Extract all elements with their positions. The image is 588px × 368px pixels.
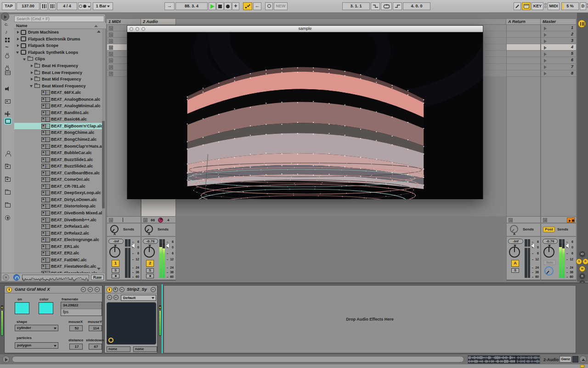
scene-row[interactable]: 8 [541, 70, 576, 77]
scroll-up-icon[interactable] [97, 30, 101, 33]
scene-launch-icon[interactable] [544, 40, 547, 43]
arm-record-button[interactable] [146, 274, 154, 278]
preview-waveform[interactable] [22, 275, 89, 280]
folder-icon[interactable] [5, 190, 11, 195]
scene-row[interactable]: 7 [541, 64, 576, 70]
tempo-field[interactable]: 137.00 [17, 2, 40, 10]
browser-item[interactable]: BEAT_DrRelax2.alc [14, 230, 103, 236]
overdub-button[interactable]: + [232, 2, 239, 10]
device-on-icon[interactable] [107, 287, 112, 293]
draw-mode-button[interactable] [514, 2, 521, 10]
loop-start-field[interactable]: 3. 1. 1 [342, 2, 370, 10]
sounds-icon[interactable]: ♪ [5, 29, 11, 35]
browser-item[interactable]: BEAT_ComeOn!.alc [14, 176, 103, 183]
track-header-1-midi[interactable]: 1 MIDI [107, 18, 141, 25]
scene-row[interactable]: 6 [541, 57, 576, 63]
plugins-icon[interactable] [5, 86, 11, 91]
drums-icon[interactable] [5, 38, 10, 43]
scene-launch-icon[interactable] [544, 27, 547, 30]
preset-save-icon[interactable] [113, 295, 119, 300]
nudge-down-button[interactable] [40, 2, 48, 10]
window-close-icon[interactable] [130, 27, 133, 31]
browser-item[interactable]: BEAT_BuzzSlide1.alc [14, 156, 103, 163]
browser-name-header[interactable]: Name [14, 23, 106, 29]
punch-out-button[interactable] [393, 2, 402, 10]
follow-button[interactable]: → [164, 2, 175, 10]
play-button[interactable] [209, 2, 216, 10]
sends-section-toggle[interactable]: S [576, 259, 582, 264]
scene-launch-icon[interactable] [544, 59, 547, 63]
user-folder-icon[interactable] [5, 178, 11, 182]
scroll-down-icon[interactable] [97, 268, 101, 270]
pan-knob[interactable] [144, 247, 155, 258]
stop-all-clips-button[interactable] [109, 218, 113, 222]
nudge-up-button[interactable] [49, 2, 56, 10]
detail-view-toggle[interactable] [579, 356, 587, 363]
volume-field[interactable]: -Inf [508, 239, 523, 244]
preview-headphones-icon[interactable] [13, 274, 20, 281]
volume-field[interactable]: -0.76 [543, 239, 558, 244]
back-to-arrangement-button[interactable]: ← [253, 2, 261, 10]
pan-knob[interactable] [509, 247, 520, 258]
browser-item[interactable]: BEAT_BongChime2.alc [14, 136, 103, 143]
punch-in-button[interactable] [371, 2, 380, 10]
instruments-icon[interactable]: ~ [5, 45, 11, 51]
scrollbar-thumb[interactable] [102, 121, 105, 208]
browser-item[interactable]: BEAT_Bandito1.alc [14, 109, 103, 116]
new-scene-button[interactable]: NEW [274, 2, 288, 10]
window-titlebar[interactable]: sample [127, 26, 483, 32]
device-titlebar[interactable]: Strip2_Sy [105, 286, 157, 293]
browser-item[interactable]: Drum Machines [14, 29, 103, 36]
time-signature-field[interactable]: 4 / 4 [57, 2, 77, 10]
clip-stop-button[interactable] [109, 46, 113, 50]
browser-item[interactable]: BEAT_DiveBomb Mixed.alc [14, 210, 103, 217]
browser-hide-button[interactable] [1, 12, 9, 21]
particles-dropdown[interactable]: polygon [15, 342, 58, 349]
stop-all-clips-button[interactable] [543, 218, 547, 222]
max-for-live-icon[interactable] [5, 71, 11, 75]
distance-value[interactable]: 17 [69, 344, 83, 350]
record-button[interactable] [224, 2, 232, 10]
browser-item[interactable]: Flatpack Synthetik Loops [14, 49, 103, 56]
stop-button[interactable] [216, 2, 224, 10]
mixer-section-toggle[interactable]: M [579, 266, 585, 272]
scene-row[interactable]: 5 [541, 51, 576, 57]
device-on-icon[interactable] [6, 287, 12, 293]
browser-item[interactable]: BEAT_Basic66.alc [14, 116, 103, 123]
device-menu-icon[interactable] [81, 287, 86, 292]
clip-stop-button[interactable] [109, 39, 113, 43]
browser-item[interactable]: Clips [14, 56, 103, 63]
browser-item[interactable]: BEAT_BigBoom'n'Clap.alc [14, 123, 103, 130]
sample-visualization-window[interactable]: sample [127, 25, 483, 199]
expand-icon[interactable] [30, 71, 34, 75]
hide-status-icon[interactable] [580, 365, 584, 368]
computer-midi-keyboard-button[interactable] [522, 2, 531, 10]
browser-item[interactable]: Beat Mixed Frequency [14, 82, 103, 89]
volume-field[interactable]: -0.76 [143, 239, 158, 244]
loop-length-field[interactable]: 4. 0. 0 [403, 2, 430, 10]
browser-scrollbar[interactable] [102, 29, 105, 273]
user-library-icon[interactable] [5, 151, 11, 156]
browser-item[interactable]: BEAT_BubbleCar.alc [14, 150, 103, 156]
pan-knob[interactable] [109, 247, 120, 258]
param2-box[interactable]: none [133, 346, 157, 352]
device-wrench-icon[interactable] [119, 287, 124, 292]
browser-item[interactable]: Flatpack Scope [14, 42, 103, 49]
clips-icon[interactable] [5, 99, 11, 104]
packs-icon[interactable] [5, 119, 11, 124]
browser-item[interactable]: BEAT_DeepSexyLoop.alc [14, 190, 103, 196]
info-view-toggle[interactable] [2, 356, 10, 363]
browser-item[interactable]: BEAT_CardboardBox.alc [14, 169, 103, 176]
solo-button[interactable]: S [146, 268, 154, 273]
current-project-icon[interactable] [5, 165, 11, 169]
scene-row[interactable]: 3 [541, 38, 576, 44]
stop-all-clips-button[interactable] [143, 218, 147, 222]
shape-dropdown[interactable]: cylinder [15, 325, 58, 331]
arm-record-button[interactable] [112, 274, 119, 278]
color-toggle[interactable] [39, 302, 53, 314]
expand-icon[interactable] [16, 30, 20, 34]
session-record-button[interactable] [265, 2, 273, 10]
pan-knob[interactable] [543, 247, 554, 258]
scene-launch-icon[interactable] [544, 65, 547, 69]
midi-effects-icon[interactable] [5, 67, 9, 71]
